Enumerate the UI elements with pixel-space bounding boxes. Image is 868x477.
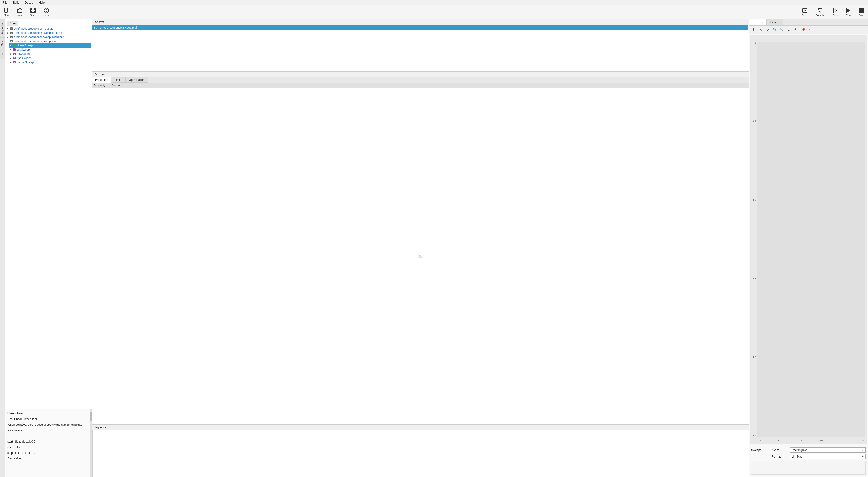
tree-label-linear-sweep: LinearSweep <box>17 44 33 47</box>
compile-button[interactable]: Compile <box>814 7 827 18</box>
imports-list: sknrf.model.sequencer.sweep.real <box>92 25 749 72</box>
save-button[interactable]: Save <box>28 7 38 18</box>
import-item-sweep-real[interactable]: sknrf.model.sequencer.sweep.real <box>92 25 748 30</box>
sequence-body <box>92 430 749 477</box>
axes-value: Rectangular <box>792 448 807 452</box>
tree-label-span-sweep: SpanSweep <box>17 56 32 60</box>
tree-label-complex: sknrf.model.sequencer.sweep.complex <box>13 31 62 34</box>
close-icon[interactable]: ✕ <box>807 27 812 32</box>
desc-p1: When points=0, step is used to specify t… <box>7 423 89 427</box>
tree-item-measure[interactable]: ▶ M sknrf.model.sequencer.measure <box>6 27 91 31</box>
description-panel: LinearSweep Real Linear Sweep Plan. When… <box>5 409 92 477</box>
tree-label-subset-sweep: SubsetSweep <box>17 61 34 64</box>
x-label-0: 0.0 <box>758 439 761 442</box>
desc-p0: Real Linear Sweep Plan. <box>7 417 89 421</box>
var-body: ⛅ <box>92 88 749 424</box>
chart-x-labels: 0.0 0.2 0.4 0.6 0.8 1.0 <box>757 437 865 444</box>
menu-debug[interactable]: Debug <box>24 1 34 4</box>
svg-rect-3 <box>32 11 34 12</box>
expand-icon-subset-sweep: ▶ <box>10 61 12 63</box>
core-tab[interactable]: Core <box>7 21 18 26</box>
var-tabs: Properties Limits Optimization <box>92 77 749 83</box>
side-tab-sequencer[interactable]: Sequencer <box>0 19 5 37</box>
center-panel: Imports: sknrf.model.sequencer.sweep.rea… <box>92 19 749 477</box>
circle2-icon[interactable]: ⊙ <box>765 27 770 32</box>
tab-sweeps[interactable]: Sweeps <box>749 19 767 25</box>
desc-p7: Stop value. <box>7 456 89 460</box>
svg-rect-6 <box>802 9 807 12</box>
eye-icon[interactable]: 👁 <box>793 27 799 32</box>
desc-title: LinearSweep <box>7 412 89 415</box>
x-label-2: 0.4 <box>799 439 802 442</box>
zoom-out-icon[interactable]: 🔍− <box>779 27 784 32</box>
col-value: Value <box>111 83 122 88</box>
expand-icon-span-sweep: ▶ <box>10 57 12 59</box>
run-button[interactable]: Run <box>844 7 853 18</box>
axes-dropdown[interactable]: Rectangular ▼ <box>790 447 866 453</box>
side-tab-log[interactable]: Log <box>0 49 5 59</box>
tab-properties[interactable]: Properties <box>92 77 112 83</box>
format-dropdown-arrow: ▼ <box>862 455 864 458</box>
expand-icon-measure: ▶ <box>7 27 9 30</box>
side-tab-main[interactable]: Main <box>0 37 5 49</box>
new-button[interactable]: New <box>2 7 11 18</box>
y-label-2: 0.6 <box>752 199 756 201</box>
type-badge-pow-sweep: G <box>13 53 16 55</box>
menu-help[interactable]: Help <box>38 1 45 4</box>
tree-item-frequency[interactable]: ▶ M sknrf.model.sequencer.sweep.frequenc… <box>6 35 91 39</box>
download-icon[interactable]: ⬇ <box>751 27 756 32</box>
menu-build[interactable]: Build <box>12 1 20 4</box>
tree-item-log-sweep[interactable]: ▶ G LogSweep <box>9 48 91 52</box>
type-badge-measure: M <box>10 27 13 30</box>
circle1-icon[interactable]: ◎ <box>758 27 763 32</box>
tree-item-linear-sweep[interactable]: ▶ C LinearSweep <box>9 43 91 48</box>
var-header: Property Value <box>92 83 749 88</box>
tree-label-pow-sweep: PowSweep <box>17 52 30 56</box>
tab-limits[interactable]: Limits <box>112 77 126 83</box>
stop-button[interactable]: Stop <box>857 7 866 18</box>
help-button[interactable]: ? Help <box>42 7 51 18</box>
chart-inner <box>757 42 865 437</box>
desc-p2: Parameters <box>7 428 89 433</box>
side-tabs: Sequencer Main Log <box>0 19 5 477</box>
tab-optimization[interactable]: Optimization <box>126 77 148 83</box>
y-label-5: 0.0 <box>752 435 756 437</box>
menu-file[interactable]: File <box>2 1 8 4</box>
sweeps-row-main: Sweeps: Axes: Rectangular ▼ <box>751 447 866 453</box>
sweeps-row-format: Format: Lin_Mag ▼ <box>751 454 866 459</box>
menu-bar: File Build Debug Help <box>0 0 868 5</box>
tree-item-sweep-real[interactable]: ▼ M sknrf.model.sequencer.sweep.real <box>6 39 91 43</box>
tree-label-measure: sknrf.model.sequencer.measure <box>13 27 54 30</box>
x-label-5: 1.0 <box>861 439 864 442</box>
svg-rect-2 <box>32 8 34 10</box>
y-label-1: 0.8 <box>752 120 756 123</box>
tree-item-complex[interactable]: ▶ M sknrf.model.sequencer.sweep.complex <box>6 31 91 35</box>
desc-p3: ---------- <box>7 434 89 438</box>
x-label-1: 0.2 <box>778 439 782 442</box>
empty-state-icon: ⛅ <box>417 254 423 259</box>
svg-text:?: ? <box>46 9 48 12</box>
svg-marker-9 <box>834 9 837 12</box>
right-panel: Sweeps Signals ⬇ ◎ ⊙ 🔍 🔍− ⊖ 👁 📌 ✕ 1.0 0.… <box>749 19 868 477</box>
zoom-in-icon[interactable]: 🔍 <box>772 27 777 32</box>
type-badge-complex: M <box>10 32 13 34</box>
expand-icon-log-sweep: ▶ <box>10 49 12 51</box>
expand-icon-complex: ▶ <box>7 32 9 34</box>
tree-item-subset-sweep[interactable]: ▶ G SubsetSweep <box>9 60 91 64</box>
code-button[interactable]: Code <box>800 7 810 18</box>
tree-item-span-sweep[interactable]: ▶ G SpanSweep <box>9 56 91 60</box>
pin-icon[interactable]: 📌 <box>800 27 805 32</box>
tree-item-pow-sweep[interactable]: ▶ G PowSweep <box>9 52 91 56</box>
minus-circle-icon[interactable]: ⊖ <box>786 27 792 32</box>
desc-p4: start : float, default 0.0 <box>7 440 89 444</box>
sweeps-main-label: Sweeps: <box>751 448 770 452</box>
y-label-0: 1.0 <box>752 42 756 44</box>
type-badge-subset-sweep: G <box>13 61 16 63</box>
tab-signals[interactable]: Signals <box>767 19 783 25</box>
desc-scrollbar[interactable] <box>90 409 92 477</box>
desc-p6: stop : float, default 1.0 <box>7 451 89 455</box>
step-button[interactable]: Step <box>831 7 840 18</box>
load-button[interactable]: Load <box>15 7 24 18</box>
format-dropdown[interactable]: Lin_Mag ▼ <box>790 454 866 459</box>
right-tabs: Sweeps Signals <box>749 19 868 26</box>
